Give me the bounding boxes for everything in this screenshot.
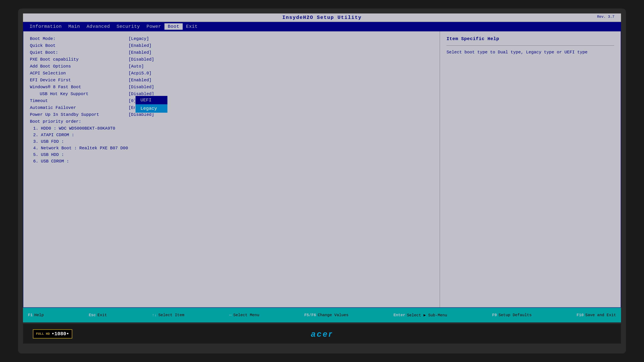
help-text: Select boot type to Dual type, Legacy ty… — [446, 49, 614, 56]
label-win8-fastboot: Windows® 8 Fast Boot — [30, 84, 128, 90]
status-save-exit: F10 Save and Exit — [577, 313, 616, 317]
desc-save-exit: Save and Exit — [585, 313, 616, 317]
label-timeout: Timeout — [30, 98, 128, 103]
label-acpi: ACPI Selection — [30, 71, 128, 76]
label-pxe-boot: PXE Boot capability — [30, 57, 128, 62]
key-enter: Enter — [394, 313, 405, 317]
desc-setup-defaults: Setup Defaults — [498, 313, 532, 317]
brand-logo: acer — [311, 329, 333, 339]
menu-boot[interactable]: Boot — [164, 23, 183, 30]
menu-power[interactable]: Power — [143, 23, 164, 30]
left-panel: Boot Mode: [Legacy] Quick Boot [Enabled]… — [23, 31, 440, 307]
dropdown-uefi[interactable]: UEFI — [136, 96, 168, 104]
resolution-label: •1080• — [52, 331, 69, 337]
monitor-bezel: InsydeH2O Setup Utility Rev. 3.7 Informa… — [18, 8, 626, 354]
boot-item-1[interactable]: 1. HDD0 : WDC WD5000BEKT-80KA9T0 — [30, 126, 433, 131]
status-change-values: F5/F6 Change Values — [304, 313, 348, 317]
setting-usb-hotkey[interactable]: USB Hot Key Support [Disabled] — [30, 92, 433, 96]
boot-item-2[interactable]: 2. ATAPI CDROM : — [30, 132, 433, 138]
status-select-item: ↑↓ Select Item — [152, 313, 184, 317]
menu-security[interactable]: Security — [113, 23, 143, 30]
menu-advanced[interactable]: Advanced — [83, 23, 113, 30]
label-quick-boot: Quick Boot — [30, 43, 128, 48]
setting-auto-failover[interactable]: Automatic Failover [Enabled] — [30, 105, 433, 110]
desc-change-values: Change Values — [318, 313, 348, 317]
desc-submenu: Select ▶ Sub-Menu — [407, 313, 447, 318]
desc-help: Help — [34, 313, 44, 317]
boot-item-3[interactable]: 3. USB FDD : — [30, 139, 433, 144]
app-title: InsydeH2O Setup Utility — [282, 15, 362, 20]
boot-item-5[interactable]: 5. USB HDD : — [30, 152, 433, 157]
menu-exit[interactable]: Exit — [183, 23, 201, 30]
setting-acpi[interactable]: ACPI Selection [Acpi5.0] — [30, 71, 433, 76]
setting-timeout[interactable]: Timeout [0] — [30, 98, 433, 103]
status-submenu: Enter Select ▶ Sub-Menu — [394, 313, 447, 318]
bottom-bar: FULL HD •1080• acer — [23, 324, 621, 344]
help-divider — [446, 45, 614, 46]
label-add-boot: Add Boot Options — [30, 64, 128, 69]
value-add-boot: [Auto] — [128, 64, 144, 69]
key-leftright: ↔ — [229, 313, 232, 317]
setting-efi-device[interactable]: EFI Device First [Enabled] — [30, 78, 433, 82]
label-efi-device: EFI Device First — [30, 78, 128, 82]
boot-item-6[interactable]: 6. USB CDROM : — [30, 159, 433, 164]
label-boot-mode: Boot Mode: — [30, 36, 128, 41]
setting-add-boot[interactable]: Add Boot Options [Auto] — [30, 64, 433, 69]
desc-select-item: Select Item — [158, 313, 184, 317]
value-quiet-boot: [Enabled] — [128, 50, 152, 55]
hd-badge: FULL HD •1080• — [33, 329, 72, 338]
setting-boot-mode[interactable]: Boot Mode: [Legacy] — [30, 36, 433, 41]
menu-bar: Information Main Advanced Security Power… — [23, 22, 621, 31]
status-select-menu: ↔ Select Menu — [229, 313, 259, 317]
right-panel: Item Specific Help Select boot type to D… — [440, 31, 621, 307]
value-efi-device: [Enabled] — [128, 78, 152, 82]
status-setup-defaults: F9 Setup Defaults — [492, 313, 532, 317]
setting-quiet-boot[interactable]: Quiet Boot: [Enabled] — [30, 50, 433, 55]
value-boot-mode: [Legacy] — [128, 36, 149, 41]
help-title: Item Specific Help — [446, 36, 614, 42]
value-win8-fastboot: [Disabled] — [128, 84, 154, 90]
boot-mode-dropdown[interactable]: UEFI Legacy — [135, 96, 168, 113]
value-pxe-boot: [Disabled] — [128, 57, 154, 62]
key-f1: F1 — [28, 313, 33, 317]
label-quiet-boot: Quiet Boot: — [30, 50, 128, 55]
menu-main[interactable]: Main — [65, 23, 83, 30]
key-updown: ↑↓ — [152, 313, 157, 317]
menu-information[interactable]: Information — [26, 23, 65, 30]
boot-item-4[interactable]: 4. Network Boot : Realtek PXE B07 D00 — [30, 146, 433, 150]
key-f10: F10 — [577, 313, 584, 317]
status-esc: Esc Exit — [89, 313, 107, 317]
value-acpi: [Acpi5.0] — [128, 71, 152, 76]
label-power-standby: Power Up In Standby Support — [30, 112, 128, 117]
setting-power-standby[interactable]: Power Up In Standby Support [Disabled] — [30, 112, 433, 117]
boot-priority-header: Boot priority order: — [30, 119, 433, 124]
bios-screen: InsydeH2O Setup Utility Rev. 3.7 Informa… — [23, 14, 621, 322]
setting-quick-boot[interactable]: Quick Boot [Enabled] — [30, 43, 433, 48]
value-quick-boot: [Enabled] — [128, 43, 152, 48]
desc-select-menu: Select Menu — [233, 313, 259, 317]
dropdown-legacy[interactable]: Legacy — [136, 104, 168, 113]
desc-exit: Exit — [98, 313, 107, 317]
setting-pxe-boot[interactable]: PXE Boot capability [Disabled] — [30, 57, 433, 62]
key-f5f6: F5/F6 — [304, 313, 316, 317]
full-hd-label: FULL HD — [36, 332, 50, 336]
key-esc: Esc — [89, 313, 96, 317]
content-area: Boot Mode: [Legacy] Quick Boot [Enabled]… — [23, 31, 621, 308]
setting-win8-fastboot[interactable]: Windows® 8 Fast Boot [Disabled] — [30, 84, 433, 90]
status-f1: F1 Help — [28, 313, 44, 317]
key-f9: F9 — [492, 313, 497, 317]
rev-label: Rev. 3.7 — [597, 15, 614, 19]
status-bar: F1 Help Esc Exit ↑↓ Select Item ↔ Select… — [23, 308, 621, 322]
label-usb-hotkey: USB Hot Key Support — [30, 92, 128, 96]
label-auto-failover: Automatic Failover — [30, 105, 128, 110]
